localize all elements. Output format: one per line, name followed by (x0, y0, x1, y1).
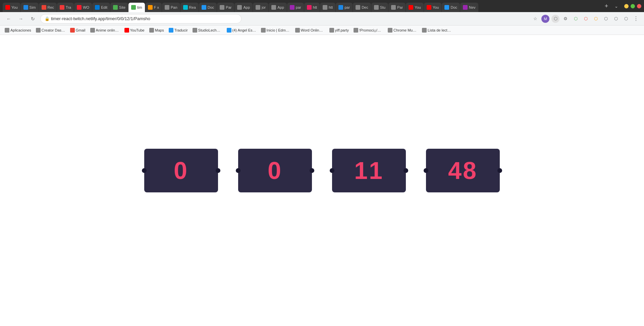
timer-card-seconds: 48 (426, 149, 500, 192)
tab-t7[interactable]: Site (110, 3, 128, 12)
reload-button[interactable]: ↻ (28, 14, 38, 24)
bookmark-favicon (124, 28, 129, 33)
address-icons: ☆ M ⬡ ⚙ ⬡ ⬡ ⬡ ⬡ ⬡ ⬡ ⋮ (531, 15, 640, 23)
back-button[interactable]: ← (4, 14, 13, 24)
bookmark-label: Chrome Music La... (393, 28, 417, 32)
extension6-icon[interactable]: ⬡ (602, 15, 610, 23)
extension5-icon[interactable]: ⬡ (592, 15, 600, 23)
tab-t20[interactable]: par (336, 3, 353, 12)
tab-t3[interactable]: Rec (39, 3, 57, 12)
bookmark-item[interactable]: Gmail (68, 27, 88, 33)
tab-favicon (323, 5, 327, 10)
bookmark-item[interactable]: YouTube (122, 27, 147, 33)
tab-t1[interactable]: You (3, 3, 20, 12)
bookmark-favicon (149, 28, 154, 33)
tab-label: You (433, 5, 439, 9)
address-input[interactable]: 🔒 timer-react-twitch.netlify.app/timer/0… (40, 14, 241, 24)
main-content: 001148 (0, 35, 644, 326)
tab-favicon (391, 5, 396, 10)
tab-t10[interactable]: Pan (162, 3, 180, 12)
bookmark-favicon (169, 28, 173, 33)
more-tabs-button[interactable]: ⌄ (612, 4, 620, 9)
bookmark-item[interactable]: Anime online HD... (88, 27, 122, 33)
tab-t27[interactable]: Nev (460, 3, 478, 12)
tab-t2[interactable]: Sim (21, 3, 39, 12)
tab-favicon (444, 5, 449, 10)
bookmark-favicon (5, 28, 9, 33)
tab-t14[interactable]: App (234, 3, 253, 12)
tab-t26[interactable]: Doc (442, 3, 460, 12)
tab-t4[interactable]: Tra (57, 3, 74, 12)
bookmark-item[interactable]: Word Online - Ch... (293, 27, 327, 33)
tab-t5[interactable]: WO (74, 3, 92, 12)
tab-favicon (165, 5, 169, 10)
tab-label: App (243, 5, 250, 9)
profile-icon[interactable]: M (541, 15, 549, 23)
tab-label: par (296, 5, 301, 9)
tab-label: App (277, 5, 284, 9)
bookmark-item[interactable]: Chrome Music La... (386, 27, 419, 33)
tab-t22[interactable]: Stu (371, 3, 388, 12)
tab-t17[interactable]: par (287, 3, 304, 12)
tab-label: Sim (30, 5, 36, 9)
extension7-icon[interactable]: ⬡ (612, 15, 620, 23)
forward-button[interactable]: → (16, 14, 25, 24)
tab-t9[interactable]: F x (145, 3, 162, 12)
tab-favicon (338, 5, 343, 10)
bookmark-item[interactable]: Traducir (167, 27, 190, 33)
tab-t13[interactable]: Par (217, 3, 234, 12)
close-button[interactable]: × (637, 4, 641, 8)
bookmark-item[interactable]: (4) Angel Escobar (225, 27, 258, 33)
connector-dot-left (330, 168, 334, 173)
tab-label: Dec (362, 5, 368, 9)
extension1-icon[interactable]: ⬡ (551, 15, 559, 23)
tab-label: Doc (450, 5, 457, 9)
bookmark-item[interactable]: Inicio | Edmodo (259, 27, 292, 33)
bookmark-star-icon[interactable]: ☆ (531, 15, 539, 23)
tab-label: Tra (66, 5, 71, 9)
tab-label: Stu (380, 5, 386, 9)
timer-card-days: 0 (144, 149, 218, 192)
tab-t11[interactable]: Rea (180, 3, 199, 12)
tab-strip: YouSimRecTraWOEditSitetimF xPanReaDocPar… (3, 0, 600, 12)
new-tab-button[interactable]: + (602, 1, 611, 11)
minimize-button[interactable]: − (624, 4, 629, 8)
tab-t15[interactable]: jor (253, 3, 268, 12)
tab-t12[interactable]: Doc (199, 3, 217, 12)
extension8-icon[interactable]: ⬡ (622, 15, 630, 23)
extension3-icon[interactable]: ⬡ (572, 15, 580, 23)
tab-favicon (148, 5, 153, 10)
tab-t23[interactable]: Par (388, 3, 406, 12)
tab-favicon (409, 5, 413, 10)
bookmark-item[interactable]: Maps (147, 27, 166, 33)
timer-card-minutes: 11 (332, 149, 406, 192)
tab-label: Pan (171, 5, 177, 9)
tab-label: Site (119, 5, 125, 9)
tab-t21[interactable]: Dec (353, 3, 371, 12)
bookmark-item[interactable]: yiff.party (327, 27, 351, 33)
bookmark-item[interactable]: !Promoci¡¡/Nak... (352, 27, 385, 33)
bookmark-label: Inicio | Edmodo (267, 28, 290, 32)
bookmark-item[interactable]: Creator Dashboard (34, 27, 67, 33)
tab-favicon (356, 5, 360, 10)
bookmark-label: StudioLechuga (198, 28, 222, 32)
tab-label: WO (83, 5, 89, 9)
bookmark-label: Creator Dashboard (42, 28, 65, 32)
extension2-icon[interactable]: ⚙ (561, 15, 570, 23)
tab-t6[interactable]: Edit (92, 3, 110, 12)
tab-t16[interactable]: App (269, 3, 287, 12)
bookmark-item[interactable]: Aplicaciones (3, 27, 33, 33)
tab-t8[interactable]: tim (128, 3, 145, 12)
tab-t24[interactable]: You (406, 3, 424, 12)
tab-t18[interactable]: htt (304, 3, 320, 12)
bookmark-item[interactable]: StudioLechuga (191, 27, 224, 33)
bookmark-label: !Promoci¡¡/Nak... (359, 28, 383, 32)
extension4-icon[interactable]: ⬡ (582, 15, 590, 23)
bookmark-favicon (90, 28, 95, 33)
bookmarks-bar: AplicacionesCreator DashboardGmailAnime … (0, 26, 644, 35)
tab-t19[interactable]: htt (320, 3, 335, 12)
bookmark-item[interactable]: Lista de lectura (420, 27, 453, 33)
maximize-button[interactable]: □ (631, 4, 635, 8)
tab-t25[interactable]: You (424, 3, 442, 12)
menu-icon[interactable]: ⋮ (632, 15, 640, 23)
